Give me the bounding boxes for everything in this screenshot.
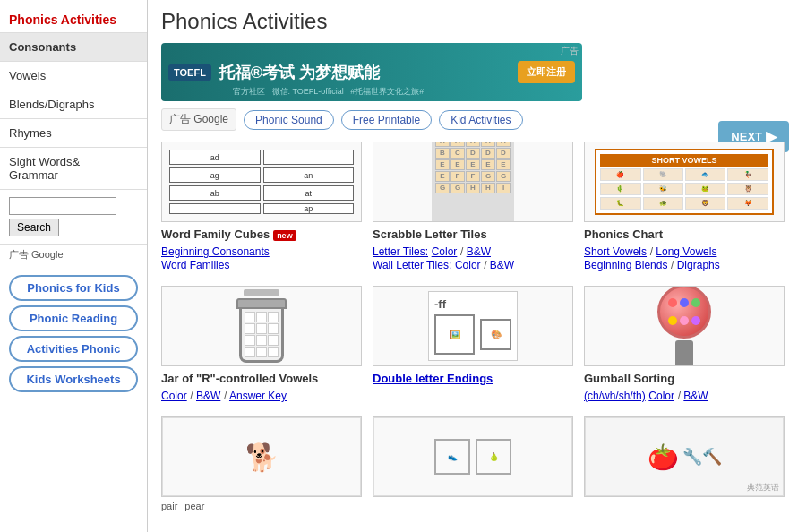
phonics-chart-links: Short Vowels / Long Vowels Beginning Ble…: [584, 245, 785, 271]
gumball-dot: [668, 316, 677, 325]
beginning-consonants-link[interactable]: Beginning Consonants: [161, 245, 270, 258]
ad-banner-button[interactable]: 立即注册: [518, 61, 575, 83]
scrabble-color-link[interactable]: Color: [432, 245, 458, 258]
gumball-dot: [680, 316, 689, 325]
scrabble-sep1: /: [460, 245, 467, 258]
activities-grid: ad ag an ab at ap Word Family Cubesnew B…: [161, 142, 785, 511]
sv-cell: 🐘: [643, 168, 683, 181]
activity-card-watermark: 🍅 🔧🔨 典范英语: [584, 416, 785, 511]
sv-cell: 🌵: [600, 183, 640, 195]
blank-image: 👟 🍐: [373, 416, 573, 497]
animal-image: 🐕: [161, 416, 362, 497]
tomato-icon: 🍅: [648, 442, 679, 472]
scrabble-wall-bw-link[interactable]: B&W: [490, 259, 514, 271]
sidebar-item-consonants[interactable]: Consonants: [0, 32, 147, 61]
ad-indicator: 广告: [561, 45, 579, 57]
tool-icons: 🔧🔨: [682, 447, 722, 467]
filter-tag-free-printable[interactable]: Free Printable: [341, 110, 432, 130]
ad-sub-text: 官方社区 微信: TOEFL-official #托福世界文化之旅#: [233, 86, 424, 98]
filter-ad-label: 广告 Google: [161, 108, 236, 131]
sv-cell: 🦊: [727, 197, 768, 210]
double-letter-title[interactable]: Double letter Endings: [373, 372, 573, 385]
ad-banner-text: 托福®考试 为梦想赋能: [219, 62, 511, 83]
sv-cell: 🦆: [727, 168, 768, 181]
gumball-base: [675, 340, 693, 366]
jar-body: [239, 309, 284, 363]
watermark-text: 典范英语: [747, 482, 779, 493]
word-family-cubes-links: Beginning Consonants Word Families: [161, 245, 362, 271]
beginning-blends-link[interactable]: Beginning Blends: [584, 259, 667, 271]
search-button[interactable]: Search: [9, 219, 59, 236]
search-input[interactable]: [9, 197, 116, 215]
sv-cell: 🦁: [685, 197, 725, 210]
jar-cap: [244, 289, 279, 296]
sv-cell: 🐸: [685, 183, 725, 195]
gumball-title: Gumball Sorting: [584, 372, 785, 385]
animal-icon: 🐕: [245, 442, 279, 473]
pear-label: pear: [184, 501, 204, 511]
ad-banner[interactable]: TOEFL 托福®考试 为梦想赋能 立即注册 广告 官方社区 微信: TOEFL…: [161, 43, 582, 101]
sv-cell: 🦉: [727, 183, 768, 195]
short-vowels-label: SHORT VOWELS: [600, 154, 768, 167]
sidebar-bottom-links: Phonics for Kids Phonic Reading Activiti…: [0, 265, 147, 402]
main-content: Phonics Activities TOEFL 托福®考试 为梦想赋能 立即注…: [148, 0, 798, 532]
sidebar-link-kids-worksheets[interactable]: Kids Worksheets: [9, 366, 138, 392]
gumball-dot: [668, 298, 677, 307]
thumb-labels: pair pear: [161, 501, 362, 511]
sidebar: Phonics Activities Consonants Vowels Ble…: [0, 0, 148, 532]
sidebar-item-sight-words[interactable]: Sight Words&Grammar: [0, 147, 147, 189]
gumball-sphere: [657, 286, 711, 339]
gumball-dot: [691, 316, 700, 325]
filter-tag-kid-activities[interactable]: Kid Activities: [439, 110, 522, 130]
sidebar-search-area: Search: [0, 189, 147, 244]
jar-bw-link[interactable]: B&W: [196, 390, 220, 402]
activity-card-animal: 🐕 pair pear: [161, 416, 362, 511]
sidebar-link-phonic-reading[interactable]: Phonic Reading: [9, 305, 138, 331]
activity-card-jar: Jar of "R"-controlled Vowels Color / B&W…: [161, 286, 362, 402]
scrabble-title: Scrabble Letter Tiles: [373, 227, 573, 241]
watermark-image: 🍅 🔧🔨 典范英语: [584, 416, 785, 497]
scrabble-wall-label: Wall Letter Tiles:: [373, 259, 451, 271]
filter-tag-phonic-sound[interactable]: Phonic Sound: [244, 110, 334, 130]
scrabble-image: A A A A A B C D D D E E E E E E F: [373, 142, 573, 222]
sidebar-item-rhymes[interactable]: Rhymes: [0, 118, 147, 147]
gumball-dot: [691, 298, 700, 307]
gumball-dot: [680, 298, 689, 307]
gumball-desc: (ch/wh/sh/th): [584, 390, 646, 402]
sidebar-item-vowels[interactable]: Vowels: [0, 61, 147, 90]
word-family-cubes-image: ad ag an ab at ap: [161, 142, 362, 222]
sv-cell: 🍎: [600, 168, 640, 181]
page-title: Phonics Activities: [161, 9, 785, 34]
sidebar-link-activities-phonic[interactable]: Activities Phonic: [9, 336, 138, 362]
sidebar-link-phonics-for-kids[interactable]: Phonics for Kids: [9, 275, 138, 301]
long-vowels-link[interactable]: Long Vowels: [656, 245, 716, 258]
gumball-links: (ch/wh/sh/th) Color / B&W: [584, 389, 785, 402]
scrabble-wall-color-link[interactable]: Color: [455, 259, 481, 271]
activity-card-phonics-chart: SHORT VOWELS 🍎 🐘 🐟 🦆 🌵 🐝 🐸 🦉 🐛 🐢 🦁: [584, 142, 785, 271]
activity-card-word-family-cubes: ad ag an ab at ap Word Family Cubesnew B…: [161, 142, 362, 271]
sidebar-item-blends-digraphs[interactable]: Blends/Digraphs: [0, 90, 147, 118]
gumball-bw-link[interactable]: B&W: [683, 390, 708, 402]
scrabble-sep2: /: [484, 259, 490, 271]
sv-cell: 🐟: [685, 168, 725, 181]
phonics-chart-title: Phonics Chart: [584, 227, 785, 241]
jar-answer-key-link[interactable]: Answer Key: [229, 390, 287, 402]
gumball-color-link[interactable]: Color: [648, 390, 674, 402]
short-vowels-link[interactable]: Short Vowels: [584, 245, 647, 258]
sidebar-title[interactable]: Phonics Activities: [0, 7, 147, 32]
jar-lid: [236, 298, 287, 309]
word-family-cubes-title: Word Family Cubesnew: [161, 227, 362, 241]
word-families-link[interactable]: Word Families: [161, 259, 229, 271]
sv-cell: 🐛: [600, 197, 640, 210]
jar-title: Jar of "R"-controlled Vowels: [161, 372, 362, 385]
activity-card-scrabble: A A A A A B C D D D E E E E E E F: [373, 142, 573, 271]
scrabble-letter-tiles-label: Letter Tiles:: [373, 245, 428, 258]
scrabble-bw-link[interactable]: B&W: [467, 245, 491, 258]
activity-card-double-letter: -ff 🖼️ 🎨 Double letter Endings: [373, 286, 573, 402]
activity-card-gumball: Gumball Sorting (ch/wh/sh/th) Color / B&…: [584, 286, 785, 402]
jar-color-link[interactable]: Color: [161, 390, 187, 402]
sidebar-ad-label: 广告 Google: [0, 244, 147, 265]
digraphs-link[interactable]: Digraphs: [677, 259, 720, 271]
pair-label: pair: [161, 501, 177, 511]
jar-image: [161, 286, 362, 366]
